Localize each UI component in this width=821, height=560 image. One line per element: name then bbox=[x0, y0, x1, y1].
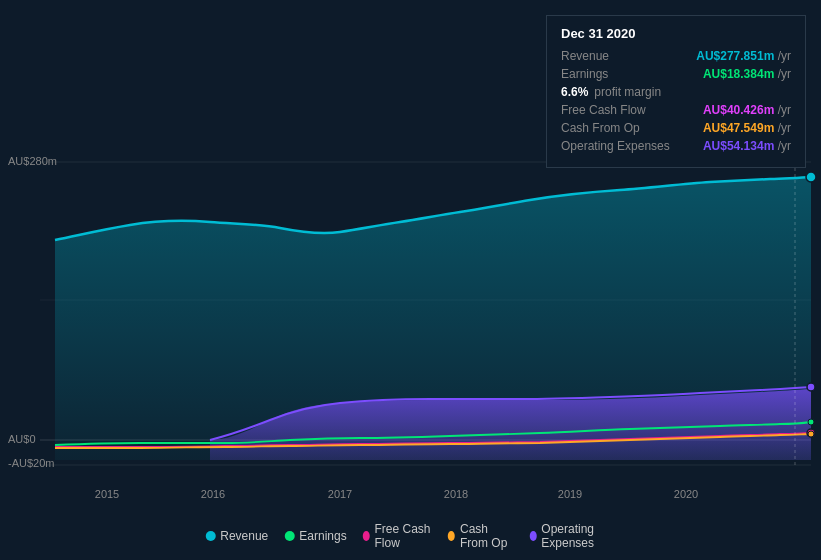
tooltip-revenue-value: AU$277.851m /yr bbox=[696, 49, 791, 63]
chart-area: AU$280m AU$0 -AU$20m 2015 2016 2017 2018… bbox=[0, 0, 821, 560]
x-label-2018: 2018 bbox=[444, 488, 468, 500]
tooltip-cfo-value: AU$47.549m /yr bbox=[703, 121, 791, 135]
legend-fcf-label: Free Cash Flow bbox=[374, 522, 432, 550]
x-label-2015: 2015 bbox=[95, 488, 119, 500]
y-label-top: AU$280m bbox=[8, 155, 57, 167]
tooltip-fcf-value: AU$40.426m /yr bbox=[703, 103, 791, 117]
tooltip-opex-label: Operating Expenses bbox=[561, 139, 670, 153]
legend-fcf[interactable]: Free Cash Flow bbox=[363, 522, 433, 550]
tooltip-earnings-row: Earnings AU$18.384m /yr bbox=[561, 67, 791, 81]
tooltip-earnings-label: Earnings bbox=[561, 67, 608, 81]
x-label-2020: 2020 bbox=[674, 488, 698, 500]
svg-point-5 bbox=[807, 383, 815, 391]
y-label-zero: AU$0 bbox=[8, 433, 36, 445]
legend-cfo[interactable]: Cash From Op bbox=[448, 522, 513, 550]
legend-fcf-dot bbox=[363, 531, 370, 541]
tooltip-earnings-value: AU$18.384m /yr bbox=[703, 67, 791, 81]
legend-opex-label: Operating Expenses bbox=[541, 522, 615, 550]
tooltip-opex-value: AU$54.134m /yr bbox=[703, 139, 791, 153]
legend-earnings-dot bbox=[284, 531, 294, 541]
legend-revenue-dot bbox=[205, 531, 215, 541]
profit-margin-label: profit margin bbox=[594, 85, 661, 99]
svg-point-7 bbox=[808, 431, 814, 437]
legend-cfo-label: Cash From Op bbox=[460, 522, 514, 550]
legend-revenue-label: Revenue bbox=[220, 529, 268, 543]
legend-opex[interactable]: Operating Expenses bbox=[529, 522, 615, 550]
x-label-2019: 2019 bbox=[558, 488, 582, 500]
tooltip-cfo-label: Cash From Op bbox=[561, 121, 640, 135]
tooltip-revenue-row: Revenue AU$277.851m /yr bbox=[561, 49, 791, 63]
tooltip-fcf-row: Free Cash Flow AU$40.426m /yr bbox=[561, 103, 791, 117]
data-tooltip: Dec 31 2020 Revenue AU$277.851m /yr Earn… bbox=[546, 15, 806, 168]
tooltip-profit-margin: 6.6% profit margin bbox=[561, 85, 791, 99]
tooltip-fcf-label: Free Cash Flow bbox=[561, 103, 646, 117]
tooltip-cfo-row: Cash From Op AU$47.549m /yr bbox=[561, 121, 791, 135]
y-label-neg: -AU$20m bbox=[8, 457, 54, 469]
x-label-2016: 2016 bbox=[201, 488, 225, 500]
tooltip-date: Dec 31 2020 bbox=[561, 26, 791, 41]
profit-margin-pct: 6.6% bbox=[561, 85, 588, 99]
svg-point-8 bbox=[808, 419, 814, 425]
legend-earnings-label: Earnings bbox=[299, 529, 346, 543]
legend-opex-dot bbox=[529, 531, 536, 541]
legend-earnings[interactable]: Earnings bbox=[284, 529, 346, 543]
legend-cfo-dot bbox=[448, 531, 455, 541]
tooltip-opex-row: Operating Expenses AU$54.134m /yr bbox=[561, 139, 791, 153]
tooltip-revenue-label: Revenue bbox=[561, 49, 609, 63]
x-label-2017: 2017 bbox=[328, 488, 352, 500]
chart-legend: Revenue Earnings Free Cash Flow Cash Fro… bbox=[205, 522, 616, 550]
svg-point-4 bbox=[806, 172, 816, 182]
legend-revenue[interactable]: Revenue bbox=[205, 529, 268, 543]
